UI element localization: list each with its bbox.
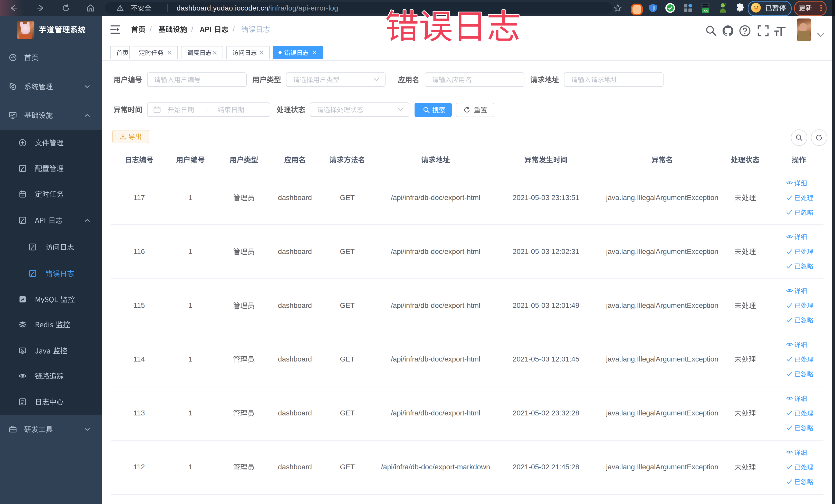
svg-text:on: on bbox=[704, 9, 708, 13]
